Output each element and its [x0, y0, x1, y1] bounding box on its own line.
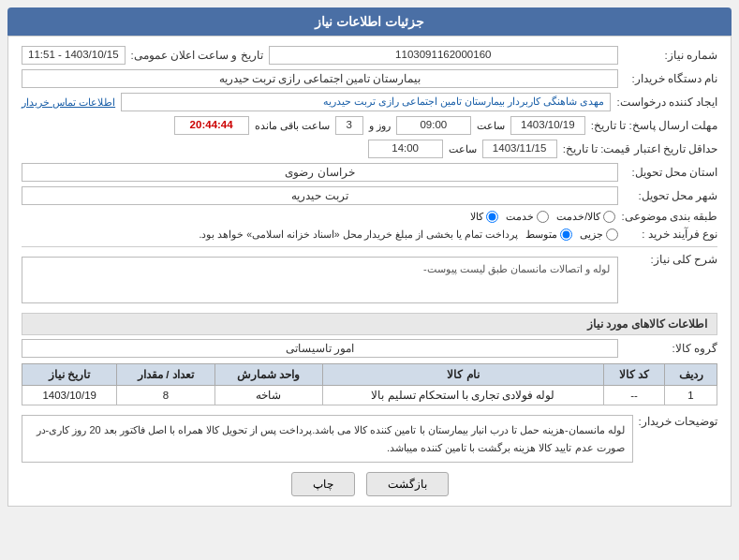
- response-days-value: 3: [335, 116, 363, 135]
- delivery-province-label: استان محل تحویل:: [624, 166, 717, 179]
- response-time-label: ساعت: [477, 120, 505, 132]
- request-number-label: شماره نیاز:: [624, 49, 717, 62]
- category-option-khedmat[interactable]: خدمت: [506, 211, 549, 223]
- response-time-value: 09:00: [396, 116, 471, 135]
- buyer-org-value: بیمارستان تامین اجتماعی رازی تربت حیدریه: [22, 69, 618, 88]
- cell-date: 1403/10/19: [22, 386, 117, 405]
- goods-group-label: گروه کالا:: [624, 342, 717, 355]
- page-header: جزئیات اطلاعات نیاز: [7, 7, 732, 36]
- cell-qty: 8: [117, 386, 214, 405]
- category-radio-group: کالا/خدمت خدمت کالا: [22, 211, 615, 223]
- col-unit: واحد شمارش: [214, 364, 322, 386]
- response-date-value: 1403/10/19: [510, 116, 585, 135]
- cell-unit: شاخه: [214, 386, 322, 405]
- col-row: ردیف: [665, 364, 717, 386]
- creator-label: ایجاد کننده درخواست:: [616, 96, 717, 109]
- cell-row: 1: [665, 386, 717, 405]
- category-label: طبقه بندی موضوعی:: [621, 210, 717, 223]
- price-time-value: 14:00: [368, 140, 443, 158]
- back-button[interactable]: بازگشت: [366, 472, 449, 496]
- cell-code: --: [604, 386, 665, 405]
- table-row: 1 -- لوله فولادی تجاری با استحکام تسلیم …: [22, 386, 717, 405]
- col-date: تاریخ نیاز: [22, 364, 117, 386]
- price-date-value: 1403/11/15: [482, 140, 557, 158]
- col-code: کد کالا: [604, 364, 665, 386]
- goods-group-value: امور تاسیساتی: [22, 339, 618, 358]
- description-label: شرح کلی نیاز:: [624, 253, 717, 266]
- delivery-province-value: خراسان رضوی: [22, 163, 618, 182]
- goods-section-title: اطلاعات کالاهای مورد نیاز: [22, 313, 717, 335]
- page-title: جزئیات اطلاعات نیاز: [315, 14, 424, 29]
- purchase-type-radio-group: جزیی متوسط پرداخت تمام یا بخشی از مبلغ خ…: [22, 228, 618, 241]
- buyer-desc-label: توضیحات خریدار:: [639, 415, 717, 428]
- date-value: 1403/10/15 - 11:51: [22, 46, 126, 65]
- buyer-org-label: نام دستگاه خریدار:: [624, 72, 717, 85]
- delivery-city-label: شهر محل تحویل:: [624, 189, 717, 202]
- col-qty: تعداد / مقدار: [117, 364, 214, 386]
- price-deadline-label: حداقل تاریخ اعتبار قیمت: تا تاریخ:: [563, 142, 717, 155]
- buyer-desc-value: لوله مانسمان-هزینه حمل تا درب انبار بیما…: [22, 415, 633, 463]
- response-deadline-label: مهلت ارسال پاسخ: تا تاریخ:: [591, 119, 717, 132]
- category-option-kala-khedmat[interactable]: کالا/خدمت: [556, 211, 615, 223]
- response-remaining-value: 20:44:44: [174, 116, 249, 135]
- purchase-type-note: پرداخت تمام یا بخشی از مبلغ خریدار محل «…: [22, 228, 518, 240]
- button-row: بازگشت چاپ: [22, 472, 717, 496]
- purchase-type-motavasset[interactable]: متوسط: [525, 228, 572, 241]
- category-option-kala[interactable]: کالا: [470, 211, 498, 223]
- goods-table: ردیف کد کالا نام کالا واحد شمارش تعداد /…: [22, 363, 717, 405]
- col-name: نام کالا: [322, 364, 603, 386]
- delivery-city-value: تربت حیدریه: [22, 186, 618, 205]
- creator-value: مهدی شاهنگی کاربردار بیمارستان تامین اجت…: [121, 93, 611, 111]
- purchase-type-label: نوع فرآیند خرید :: [624, 228, 717, 241]
- request-number-value: 1103091162000160: [269, 46, 618, 65]
- response-remaining-label: ساعت باقی مانده: [255, 120, 330, 132]
- date-label: تاریخ و ساعت اعلان عمومی:: [131, 49, 263, 62]
- description-value: لوله و اتصالات مانسمان طبق لیست پیوست-: [22, 257, 618, 303]
- response-days-label: روز و: [369, 120, 391, 132]
- purchase-type-jozee[interactable]: جزیی: [580, 228, 618, 241]
- price-time-label: ساعت: [449, 143, 477, 155]
- cell-name: لوله فولادی تجاری با استحکام تسلیم بالا: [322, 386, 603, 405]
- contact-link[interactable]: اطلاعات تماس خریدار: [22, 96, 115, 109]
- print-button[interactable]: چاپ: [291, 472, 355, 496]
